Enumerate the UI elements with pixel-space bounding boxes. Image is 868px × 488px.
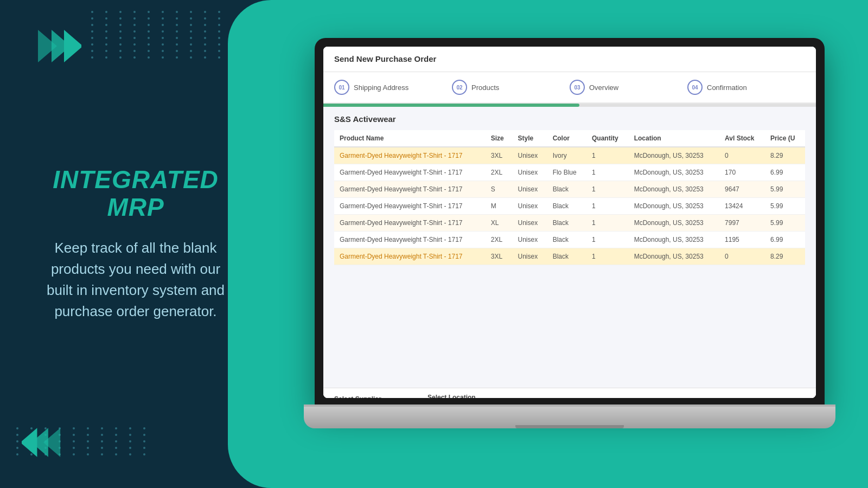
cell-color: Flo Blue xyxy=(547,164,586,181)
dot-grid-top: for(let i=0;i<80;i++) document.currentSc… xyxy=(91,11,228,59)
step-4[interactable]: 04 Confirmation xyxy=(687,80,805,95)
cell-size: 2XL xyxy=(486,164,513,181)
cell-quantity: 1 xyxy=(586,232,629,248)
cell-price: 8.29 xyxy=(765,248,805,265)
cell-product: Garment-Dyed Heavyweight T-Shirt - 1717 xyxy=(334,232,486,248)
col-price: Price (U xyxy=(765,130,805,147)
cell-color: Black xyxy=(547,232,586,248)
cell-location: McDonough, US, 30253 xyxy=(629,181,719,198)
brand-title: Integrated MRP xyxy=(22,166,250,221)
cell-size: S xyxy=(486,181,513,198)
step-3-label: Overview xyxy=(589,84,618,92)
cell-size: M xyxy=(486,198,513,215)
col-location: Location xyxy=(629,130,719,147)
step-2[interactable]: 02 Products xyxy=(452,80,570,95)
cell-color: Black xyxy=(547,181,586,198)
app-content: Send New Purchase Order 01 Shipping Addr… xyxy=(323,47,816,398)
table-row[interactable]: Garment-Dyed Heavyweight T-Shirt - 1717 … xyxy=(334,215,805,232)
table-row[interactable]: Garment-Dyed Heavyweight T-Shirt - 1717 … xyxy=(334,164,805,181)
table-row[interactable]: Garment-Dyed Heavyweight T-Shirt - 1717 … xyxy=(334,198,805,215)
col-style: Style xyxy=(513,130,547,147)
cell-style: Unisex xyxy=(513,198,547,215)
cell-price: 5.99 xyxy=(765,215,805,232)
products-table: Product Name Size Style Color Quantity L… xyxy=(334,130,805,265)
cell-product: Garment-Dyed Heavyweight T-Shirt - 1717 xyxy=(334,181,486,198)
cell-avl-stock: 1195 xyxy=(719,232,765,248)
table-row[interactable]: Garment-Dyed Heavyweight T-Shirt - 1717 … xyxy=(334,232,805,248)
cell-style: Unisex xyxy=(513,164,547,181)
table-area: S&S Activewear Product Name Size Style C… xyxy=(323,107,816,388)
table-row[interactable]: Garment-Dyed Heavyweight T-Shirt - 1717 … xyxy=(334,181,805,198)
step-1-label: Shipping Address xyxy=(354,84,409,92)
cell-style: Unisex xyxy=(513,232,547,248)
cell-price: 5.99 xyxy=(765,181,805,198)
app-header-title: Send New Purchase Order xyxy=(334,54,436,63)
cell-avl-stock: 0 xyxy=(719,147,765,164)
cell-color: Ivory xyxy=(547,147,586,164)
cell-style: Unisex xyxy=(513,147,547,164)
cell-size: XL xyxy=(486,215,513,232)
step-4-label: Confirmation xyxy=(707,84,747,92)
cell-style: Unisex xyxy=(513,248,547,265)
app-header: Send New Purchase Order xyxy=(323,47,816,72)
col-size: Size xyxy=(486,130,513,147)
laptop: Send New Purchase Order 01 Shipping Addr… xyxy=(304,38,835,450)
cell-size: 3XL xyxy=(486,248,513,265)
cell-avl-stock: 170 xyxy=(719,164,765,181)
cell-product: Garment-Dyed Heavyweight T-Shirt - 1717 xyxy=(334,215,486,232)
cell-quantity: 1 xyxy=(586,164,629,181)
cell-product: Garment-Dyed Heavyweight T-Shirt - 1717 xyxy=(334,198,486,215)
wizard-steps: 01 Shipping Address 02 Products xyxy=(323,72,816,104)
brand-subtitle: Keep track of all the blank products you… xyxy=(43,237,228,322)
step-3-circle: 03 xyxy=(570,80,585,95)
step-1[interactable]: 01 Shipping Address xyxy=(334,80,452,95)
step-2-circle: 02 xyxy=(452,80,467,95)
col-avl-stock: Avl Stock xyxy=(719,130,765,147)
table-row[interactable]: Garment-Dyed Heavyweight T-Shirt - 1717 … xyxy=(334,147,805,164)
laptop-base xyxy=(304,407,835,428)
cell-avl-stock: 13424 xyxy=(719,198,765,215)
cell-price: 6.99 xyxy=(765,232,805,248)
cell-color: Black xyxy=(547,198,586,215)
cell-location: McDonough, US, 30253 xyxy=(629,232,719,248)
step-1-circle: 01 xyxy=(334,80,349,95)
left-panel: for(let i=0;i<80;i++) document.currentSc… xyxy=(0,0,271,488)
cell-size: 2XL xyxy=(486,232,513,248)
cell-avl-stock: 9647 xyxy=(719,181,765,198)
col-color: Color xyxy=(547,130,586,147)
cell-quantity: 1 xyxy=(586,181,629,198)
cell-product: Garment-Dyed Heavyweight T-Shirt - 1717 xyxy=(334,147,486,164)
cell-location: McDonough, US, 30253 xyxy=(629,248,719,265)
step-4-circle: 04 xyxy=(687,80,703,95)
cell-quantity: 1 xyxy=(586,248,629,265)
cell-quantity: 1 xyxy=(586,147,629,164)
bottom-bar: Select Supplier S&S Activewear ▼ Select … xyxy=(323,388,816,398)
right-panel: Send New Purchase Order 01 Shipping Addr… xyxy=(271,0,868,488)
step-3[interactable]: 03 Overview xyxy=(570,80,687,95)
svg-marker-5 xyxy=(22,428,37,457)
cell-avl-stock: 0 xyxy=(719,248,765,265)
cell-quantity: 1 xyxy=(586,198,629,215)
screen-inner: Send New Purchase Order 01 Shipping Addr… xyxy=(323,47,816,398)
col-product-name: Product Name xyxy=(334,130,486,147)
forward-arrows-icon xyxy=(33,22,81,73)
svg-marker-2 xyxy=(64,30,81,62)
cell-avl-stock: 7997 xyxy=(719,215,765,232)
laptop-screen: Send New Purchase Order 01 Shipping Addr… xyxy=(315,38,825,407)
col-quantity: Quantity xyxy=(586,130,629,147)
cell-size: 3XL xyxy=(486,147,513,164)
step-2-label: Products xyxy=(471,84,499,92)
location-section-label: Select Location xyxy=(427,394,805,398)
cell-quantity: 1 xyxy=(586,215,629,232)
table-row[interactable]: Garment-Dyed Heavyweight T-Shirt - 1717 … xyxy=(334,248,805,265)
cell-price: 6.99 xyxy=(765,164,805,181)
cell-location: McDonough, US, 30253 xyxy=(629,198,719,215)
cell-style: Unisex xyxy=(513,181,547,198)
cell-product: Garment-Dyed Heavyweight T-Shirt - 1717 xyxy=(334,248,486,265)
supplier-section-label: Select Supplier xyxy=(334,395,421,398)
supplier-name: S&S Activewear xyxy=(334,114,805,124)
cell-color: Black xyxy=(547,248,586,265)
cell-style: Unisex xyxy=(513,215,547,232)
cell-location: McDonough, US, 30253 xyxy=(629,215,719,232)
cell-price: 5.99 xyxy=(765,198,805,215)
